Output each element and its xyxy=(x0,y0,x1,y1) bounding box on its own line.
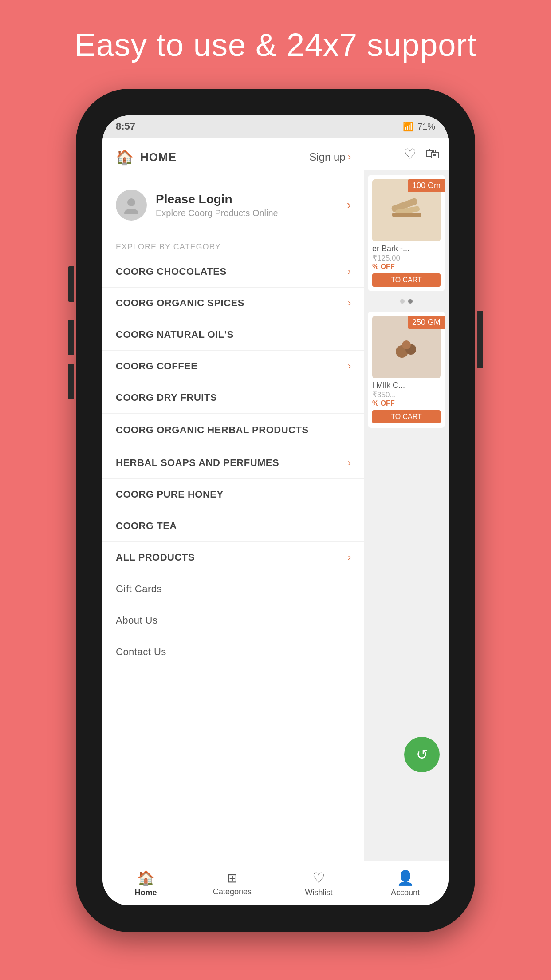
menu-item-text-honey: COORG PURE HONEY xyxy=(116,489,224,500)
menu-item-oils[interactable]: COORG NATURAL OIL'S xyxy=(102,319,364,351)
status-time: 8:57 xyxy=(116,121,135,132)
product-price-1: ₹125.00 xyxy=(372,253,441,263)
menu-item-coffee[interactable]: COORG COFFEE › xyxy=(102,351,364,382)
menu-item-soaps[interactable]: HERBAL SOAPS AND PERFUMES › xyxy=(102,447,364,479)
menu-item-chocolates[interactable]: COORG CHOCOLATES › xyxy=(102,256,364,288)
menu-item-giftcards[interactable]: Gift Cards xyxy=(102,573,364,605)
menu-item-text-herbal: COORG ORGANIC HERBAL PRODUCTS xyxy=(116,423,309,437)
dot-1 xyxy=(400,299,405,304)
svg-point-1 xyxy=(124,209,138,214)
signup-link[interactable]: Sign up › xyxy=(309,151,351,163)
login-subtitle: Explore Coorg Products Online xyxy=(156,208,338,218)
menu-item-text-spices: COORG ORGANIC SPICES xyxy=(116,297,244,309)
product-discount-1: % OFF xyxy=(372,263,441,271)
nav-item-home[interactable]: 🏠 Home xyxy=(102,865,189,902)
bottom-nav: 🏠 Home ⊞ Categories ♡ Wishlist 👤 Account xyxy=(102,861,449,905)
menu-header: 🏠 HOME Sign up › xyxy=(102,138,364,177)
menu-item-dryfruits[interactable]: COORG DRY FRUITS xyxy=(102,382,364,414)
menu-panel: 🏠 HOME Sign up › xyxy=(102,138,364,861)
menu-item-honey[interactable]: COORG PURE HONEY xyxy=(102,479,364,510)
login-chevron-icon: › xyxy=(347,198,351,212)
menu-item-herbal[interactable]: COORG ORGANIC HERBAL PRODUCTS xyxy=(102,414,364,447)
menu-item-text-giftcards: Gift Cards xyxy=(116,583,162,595)
bg-product-content: ♡ 🛍 100 Gm er Bark -... ₹125.00 xyxy=(364,138,449,861)
menu-item-text-soaps: HERBAL SOAPS AND PERFUMES xyxy=(116,457,279,469)
nav-item-account[interactable]: 👤 Account xyxy=(362,865,449,902)
chevron-spices-icon: › xyxy=(348,297,351,309)
carousel-dots xyxy=(364,296,449,307)
product-badge-1: 100 Gm xyxy=(408,179,445,192)
chevron-coffee-icon: › xyxy=(348,360,351,372)
add-to-cart-btn-1[interactable]: TO CART xyxy=(372,273,441,287)
explore-category-label: EXPLORE BY CATEGORY xyxy=(102,233,364,256)
network-icon: 📶 xyxy=(403,121,414,132)
app-content: 🏠 HOME Sign up › xyxy=(102,138,449,861)
menu-item-text-allproducts: ALL PRODUCTS xyxy=(116,552,195,563)
home-nav-icon: 🏠 xyxy=(137,869,155,886)
phone-screen: 8:57 📶 71% 🏠 HOME Sign up › xyxy=(102,115,449,905)
menu-item-text-contactus: Contact Us xyxy=(116,646,166,658)
menu-item-allproducts[interactable]: ALL PRODUCTS › xyxy=(102,542,364,573)
page-heading: Easy to use & 24x7 support xyxy=(0,0,551,63)
signup-label: Sign up xyxy=(309,151,345,163)
product-name-2: l Milk C... xyxy=(372,381,441,390)
menu-item-text-chocolates: COORG CHOCOLATES xyxy=(116,266,227,277)
signup-chevron-icon: › xyxy=(348,151,351,163)
categories-nav-icon: ⊞ xyxy=(227,871,237,885)
menu-items-list: COORG CHOCOLATES › COORG ORGANIC SPICES … xyxy=(102,256,364,668)
menu-item-text-oils: COORG NATURAL OIL'S xyxy=(116,329,234,340)
cart-icon[interactable]: 🛍 xyxy=(425,146,440,162)
login-title: Please Login xyxy=(156,192,338,206)
phone-shell: 8:57 📶 71% 🏠 HOME Sign up › xyxy=(76,89,475,932)
menu-item-spices[interactable]: COORG ORGANIC SPICES › xyxy=(102,288,364,319)
wishlist-nav-icon: ♡ xyxy=(312,869,325,886)
svg-point-0 xyxy=(127,198,135,206)
menu-item-tea[interactable]: COORG TEA xyxy=(102,510,364,542)
chevron-allproducts-icon: › xyxy=(348,552,351,563)
home-nav-label: Home xyxy=(134,888,157,897)
nav-item-wishlist[interactable]: ♡ Wishlist xyxy=(276,865,362,902)
product-card-2: 250 GM l Milk C... ₹350... % OFF TO CART xyxy=(368,312,445,428)
add-to-cart-btn-2[interactable]: TO CART xyxy=(372,410,441,423)
account-nav-label: Account xyxy=(391,888,420,897)
menu-item-contactus[interactable]: Contact Us xyxy=(102,636,364,668)
menu-header-left: 🏠 HOME xyxy=(116,149,177,166)
menu-item-text-aboutus: About Us xyxy=(116,615,158,626)
wishlist-nav-label: Wishlist xyxy=(305,888,333,897)
status-right: 📶 71% xyxy=(403,121,435,132)
avatar xyxy=(116,190,147,221)
product-name-1: er Bark -... xyxy=(372,244,441,253)
fab-support[interactable]: ↺ xyxy=(404,737,440,772)
product-price-2: ₹350... xyxy=(372,390,441,399)
svg-point-7 xyxy=(402,340,411,349)
menu-item-text-tea: COORG TEA xyxy=(116,520,177,532)
home-icon: 🏠 xyxy=(116,149,134,166)
nav-item-categories[interactable]: ⊞ Categories xyxy=(189,866,276,901)
status-bar: 8:57 📶 71% xyxy=(102,115,449,138)
home-label: HOME xyxy=(140,150,177,164)
login-text: Please Login Explore Coorg Products Onli… xyxy=(156,192,338,218)
chevron-chocolates-icon: › xyxy=(348,266,351,277)
product-card-1: 100 Gm er Bark -... ₹125.00 % OFF TO CAR… xyxy=(368,175,445,291)
battery-text: 71% xyxy=(417,122,435,132)
menu-item-aboutus[interactable]: About Us xyxy=(102,605,364,636)
account-nav-icon: 👤 xyxy=(397,869,414,886)
svg-rect-4 xyxy=(392,213,421,217)
chevron-soaps-icon: › xyxy=(348,457,351,469)
login-section[interactable]: Please Login Explore Coorg Products Onli… xyxy=(102,177,364,233)
menu-item-text-dryfruits: COORG DRY FRUITS xyxy=(116,392,217,403)
wishlist-icon[interactable]: ♡ xyxy=(404,146,417,162)
menu-item-text-coffee: COORG COFFEE xyxy=(116,360,197,372)
product-discount-2: % OFF xyxy=(372,399,441,407)
categories-nav-label: Categories xyxy=(213,887,252,897)
product-badge-2: 250 GM xyxy=(408,316,445,329)
dot-2 xyxy=(408,299,413,304)
